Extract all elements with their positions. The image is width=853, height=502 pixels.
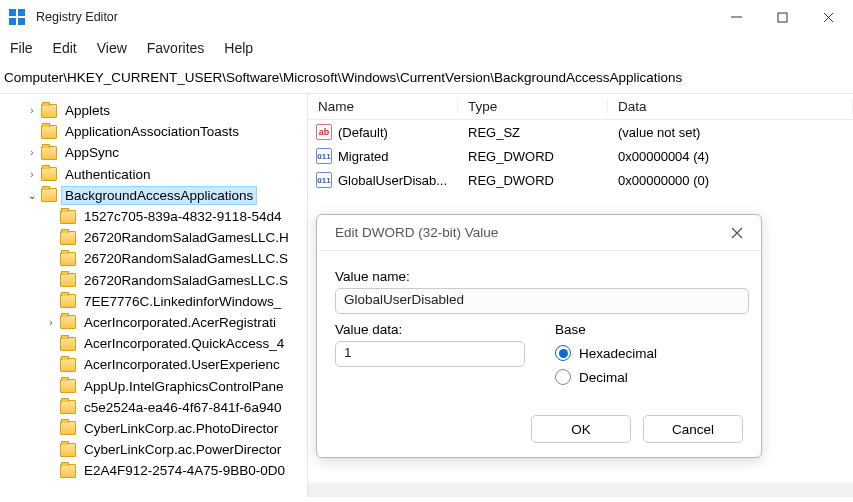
tree-item-label: c5e2524a-ea46-4f67-841f-6a940 [81, 399, 284, 416]
list-header: Name Type Data [308, 94, 853, 120]
folder-icon [41, 125, 57, 139]
tree-item-label: AppSync [62, 144, 122, 161]
minimize-button[interactable] [713, 2, 759, 32]
close-button[interactable] [805, 2, 851, 32]
address-bar[interactable]: Computer\HKEY_CURRENT_USER\Software\Micr… [0, 64, 853, 94]
tree-item[interactable]: ›Applets [0, 100, 307, 121]
tree-item[interactable]: CyberLinkCorp.ac.PowerDirector [0, 439, 307, 460]
chevron-right-icon[interactable]: › [25, 147, 39, 158]
value-type: REG_DWORD [458, 149, 608, 164]
tree-item-label: AcerIncorporated.QuickAccess_4 [81, 335, 287, 352]
tree-item-label: CyberLinkCorp.ac.PhotoDirector [81, 420, 281, 437]
tree-item[interactable]: AcerIncorporated.QuickAccess_4 [0, 333, 307, 354]
tree-item[interactable]: ›AcerIncorporated.AcerRegistrati [0, 312, 307, 333]
scrollbar-track[interactable] [308, 483, 853, 497]
folder-icon [41, 188, 57, 202]
folder-icon [60, 464, 76, 478]
tree-item[interactable]: ⌄BackgroundAccessApplications [0, 185, 307, 206]
col-type[interactable]: Type [458, 99, 608, 114]
tree-item[interactable]: 26720RandomSaladGamesLLC.S [0, 248, 307, 269]
value-data: 0x00000004 (4) [608, 149, 853, 164]
folder-icon [60, 400, 76, 414]
tree-item[interactable]: E2A4F912-2574-4A75-9BB0-0D0 [0, 460, 307, 481]
tree-item-label: CyberLinkCorp.ac.PowerDirector [81, 441, 284, 458]
radio-decimal[interactable]: Decimal [555, 369, 743, 385]
folder-icon [60, 294, 76, 308]
list-row[interactable]: 011GlobalUserDisab...REG_DWORD0x00000000… [308, 168, 853, 192]
tree-view[interactable]: ›AppletsApplicationAssociationToasts›App… [0, 94, 308, 497]
tree-item-label: AcerIncorporated.UserExperienc [81, 356, 283, 373]
col-name[interactable]: Name [308, 99, 458, 114]
folder-icon [60, 315, 76, 329]
tree-item-label: Applets [62, 102, 113, 119]
folder-icon [60, 421, 76, 435]
chevron-down-icon[interactable]: ⌄ [25, 190, 39, 201]
tree-item[interactable]: ›Authentication [0, 164, 307, 185]
tree-item[interactable]: AppUp.IntelGraphicsControlPane [0, 375, 307, 396]
tree-item-label: 26720RandomSaladGamesLLC.S [81, 272, 291, 289]
menu-file[interactable]: File [10, 40, 33, 56]
tree-item[interactable]: CyberLinkCorp.ac.PhotoDirector [0, 418, 307, 439]
folder-icon [60, 379, 76, 393]
tree-item[interactable]: c5e2524a-ea46-4f67-841f-6a940 [0, 397, 307, 418]
svg-rect-1 [778, 13, 787, 22]
folder-icon [41, 146, 57, 160]
chevron-right-icon[interactable]: › [25, 105, 39, 116]
radio-hexadecimal[interactable]: Hexadecimal [555, 345, 743, 361]
radio-dot-icon [555, 369, 571, 385]
folder-icon [60, 273, 76, 287]
ok-button[interactable]: OK [531, 415, 631, 443]
menu-help[interactable]: Help [224, 40, 253, 56]
value-data-input[interactable]: 1 [335, 341, 525, 367]
tree-item-label: E2A4F912-2574-4A75-9BB0-0D0 [81, 462, 288, 479]
value-type: REG_SZ [458, 125, 608, 140]
app-icon [8, 8, 26, 26]
tree-item[interactable]: 1527c705-839a-4832-9118-54d4 [0, 206, 307, 227]
tree-item-label: BackgroundAccessApplications [62, 187, 256, 204]
maximize-button[interactable] [759, 2, 805, 32]
tree-item[interactable]: 26720RandomSaladGamesLLC.H [0, 227, 307, 248]
dword-value-icon: 011 [316, 172, 332, 188]
dialog-title: Edit DWORD (32-bit) Value [335, 225, 725, 240]
tree-item-label: AppUp.IntelGraphicsControlPane [81, 378, 287, 395]
tree-item[interactable]: 7EE7776C.LinkedinforWindows_ [0, 291, 307, 312]
tree-item-label: 26720RandomSaladGamesLLC.S [81, 250, 291, 267]
string-value-icon: ab [316, 124, 332, 140]
col-data[interactable]: Data [608, 99, 853, 114]
window-title: Registry Editor [36, 10, 713, 24]
value-data-label: Value data: [335, 322, 525, 337]
chevron-right-icon[interactable]: › [44, 317, 58, 328]
cancel-button[interactable]: Cancel [643, 415, 743, 443]
value-name: Migrated [338, 149, 389, 164]
tree-item[interactable]: AcerIncorporated.UserExperienc [0, 354, 307, 375]
base-label: Base [555, 322, 743, 337]
folder-icon [60, 337, 76, 351]
list-row[interactable]: ab(Default)REG_SZ(value not set) [308, 120, 853, 144]
folder-icon [41, 104, 57, 118]
folder-icon [60, 231, 76, 245]
value-name-label: Value name: [335, 269, 743, 284]
menu-edit[interactable]: Edit [53, 40, 77, 56]
menu-view[interactable]: View [97, 40, 127, 56]
dialog-close-icon[interactable] [725, 221, 749, 245]
folder-icon [60, 252, 76, 266]
title-bar: Registry Editor [0, 0, 853, 34]
menu-favorites[interactable]: Favorites [147, 40, 205, 56]
tree-item-label: Authentication [62, 166, 154, 183]
tree-item-label: AcerIncorporated.AcerRegistrati [81, 314, 279, 331]
folder-icon [60, 358, 76, 372]
folder-icon [60, 443, 76, 457]
value-name: GlobalUserDisab... [338, 173, 447, 188]
tree-item[interactable]: ›AppSync [0, 142, 307, 163]
value-name-input[interactable]: GlobalUserDisabled [335, 288, 749, 314]
tree-item-label: ApplicationAssociationToasts [62, 123, 242, 140]
tree-item[interactable]: 26720RandomSaladGamesLLC.S [0, 270, 307, 291]
folder-icon [60, 210, 76, 224]
list-row[interactable]: 011MigratedREG_DWORD0x00000004 (4) [308, 144, 853, 168]
tree-item-label: 26720RandomSaladGamesLLC.H [81, 229, 292, 246]
value-data: 0x00000000 (0) [608, 173, 853, 188]
tree-item[interactable]: ApplicationAssociationToasts [0, 121, 307, 142]
value-data: (value not set) [608, 125, 853, 140]
tree-item-label: 7EE7776C.LinkedinforWindows_ [81, 293, 284, 310]
chevron-right-icon[interactable]: › [25, 169, 39, 180]
